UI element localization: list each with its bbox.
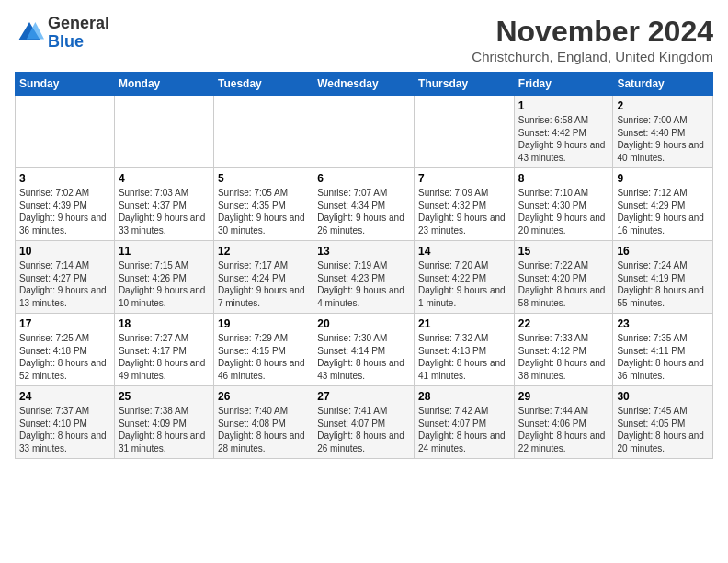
day-cell: 15Sunrise: 7:22 AM Sunset: 4:20 PM Dayli… xyxy=(514,241,613,314)
weekday-header-monday: Monday xyxy=(114,73,213,96)
day-cell: 9Sunrise: 7:12 AM Sunset: 4:29 PM Daylig… xyxy=(613,168,713,241)
day-number: 30 xyxy=(617,390,709,403)
day-info: Sunrise: 7:33 AM Sunset: 4:12 PM Dayligh… xyxy=(518,332,609,382)
week-row-2: 3Sunrise: 7:02 AM Sunset: 4:39 PM Daylig… xyxy=(16,168,713,241)
day-number: 5 xyxy=(218,172,309,185)
day-number: 14 xyxy=(418,245,510,258)
day-info: Sunrise: 7:44 AM Sunset: 4:06 PM Dayligh… xyxy=(518,405,609,454)
day-cell: 19Sunrise: 7:29 AM Sunset: 4:15 PM Dayli… xyxy=(213,314,313,386)
day-number: 21 xyxy=(418,317,510,330)
day-cell xyxy=(313,96,415,168)
weekday-header-thursday: Thursday xyxy=(415,73,515,96)
day-info: Sunrise: 7:32 AM Sunset: 4:13 PM Dayligh… xyxy=(418,332,510,382)
day-info: Sunrise: 7:30 AM Sunset: 4:14 PM Dayligh… xyxy=(317,332,410,382)
day-info: Sunrise: 7:41 AM Sunset: 4:07 PM Dayligh… xyxy=(317,405,410,454)
day-info: Sunrise: 7:45 AM Sunset: 4:05 PM Dayligh… xyxy=(617,405,709,454)
location: Christchurch, England, United Kingdom xyxy=(472,49,713,64)
day-info: Sunrise: 7:27 AM Sunset: 4:17 PM Dayligh… xyxy=(119,332,210,382)
day-cell: 13Sunrise: 7:19 AM Sunset: 4:23 PM Dayli… xyxy=(313,241,415,314)
weekday-header-row: SundayMondayTuesdayWednesdayThursdayFrid… xyxy=(16,73,713,96)
day-info: Sunrise: 7:38 AM Sunset: 4:09 PM Dayligh… xyxy=(119,405,210,454)
day-number: 2 xyxy=(617,99,709,112)
day-cell: 10Sunrise: 7:14 AM Sunset: 4:27 PM Dayli… xyxy=(16,241,115,314)
day-number: 16 xyxy=(617,245,709,258)
day-cell: 29Sunrise: 7:44 AM Sunset: 4:06 PM Dayli… xyxy=(514,386,613,459)
day-number: 15 xyxy=(518,245,609,258)
day-number: 27 xyxy=(317,390,410,403)
day-info: Sunrise: 7:35 AM Sunset: 4:11 PM Dayligh… xyxy=(617,332,709,382)
day-number: 11 xyxy=(119,245,210,258)
logo-general: General xyxy=(48,15,109,33)
week-row-4: 17Sunrise: 7:25 AM Sunset: 4:18 PM Dayli… xyxy=(16,314,713,386)
day-info: Sunrise: 7:22 AM Sunset: 4:20 PM Dayligh… xyxy=(518,259,609,309)
day-cell: 8Sunrise: 7:10 AM Sunset: 4:30 PM Daylig… xyxy=(514,168,613,241)
day-number: 12 xyxy=(218,245,309,258)
day-info: Sunrise: 6:58 AM Sunset: 4:42 PM Dayligh… xyxy=(518,114,609,164)
week-row-5: 24Sunrise: 7:37 AM Sunset: 4:10 PM Dayli… xyxy=(16,386,713,459)
day-cell: 18Sunrise: 7:27 AM Sunset: 4:17 PM Dayli… xyxy=(114,314,213,386)
day-info: Sunrise: 7:15 AM Sunset: 4:26 PM Dayligh… xyxy=(119,259,210,309)
day-info: Sunrise: 7:00 AM Sunset: 4:40 PM Dayligh… xyxy=(617,114,709,164)
day-cell: 24Sunrise: 7:37 AM Sunset: 4:10 PM Dayli… xyxy=(16,386,115,459)
day-cell: 28Sunrise: 7:42 AM Sunset: 4:07 PM Dayli… xyxy=(415,386,515,459)
weekday-header-saturday: Saturday xyxy=(613,73,713,96)
day-number: 25 xyxy=(119,390,210,403)
day-number: 4 xyxy=(119,172,210,185)
day-cell: 23Sunrise: 7:35 AM Sunset: 4:11 PM Dayli… xyxy=(613,314,713,386)
day-cell: 22Sunrise: 7:33 AM Sunset: 4:12 PM Dayli… xyxy=(514,314,613,386)
day-cell: 1Sunrise: 6:58 AM Sunset: 4:42 PM Daylig… xyxy=(514,96,613,168)
day-number: 23 xyxy=(617,317,709,330)
day-cell xyxy=(415,96,515,168)
day-number: 26 xyxy=(218,390,309,403)
day-cell: 16Sunrise: 7:24 AM Sunset: 4:19 PM Dayli… xyxy=(613,241,713,314)
day-number: 29 xyxy=(518,390,609,403)
day-cell: 2Sunrise: 7:00 AM Sunset: 4:40 PM Daylig… xyxy=(613,96,713,168)
day-number: 9 xyxy=(617,172,709,185)
logo-icon xyxy=(15,18,44,48)
day-info: Sunrise: 7:17 AM Sunset: 4:24 PM Dayligh… xyxy=(218,259,309,309)
logo-blue: Blue xyxy=(48,33,109,52)
day-info: Sunrise: 7:03 AM Sunset: 4:37 PM Dayligh… xyxy=(119,187,210,236)
day-info: Sunrise: 7:14 AM Sunset: 4:27 PM Dayligh… xyxy=(19,259,110,309)
day-number: 8 xyxy=(518,172,609,185)
day-number: 10 xyxy=(19,245,110,258)
day-info: Sunrise: 7:20 AM Sunset: 4:22 PM Dayligh… xyxy=(418,259,510,309)
day-number: 1 xyxy=(518,99,609,112)
day-number: 24 xyxy=(19,390,110,403)
title-area: November 2024 Christchurch, England, Uni… xyxy=(472,15,713,64)
day-cell: 4Sunrise: 7:03 AM Sunset: 4:37 PM Daylig… xyxy=(114,168,213,241)
day-info: Sunrise: 7:09 AM Sunset: 4:32 PM Dayligh… xyxy=(418,187,510,236)
day-info: Sunrise: 7:12 AM Sunset: 4:29 PM Dayligh… xyxy=(617,187,709,236)
month-title: November 2024 xyxy=(472,15,713,49)
day-info: Sunrise: 7:29 AM Sunset: 4:15 PM Dayligh… xyxy=(218,332,309,382)
day-cell xyxy=(16,96,115,168)
logo-text: General Blue xyxy=(48,15,109,52)
day-cell: 27Sunrise: 7:41 AM Sunset: 4:07 PM Dayli… xyxy=(313,386,415,459)
day-number: 18 xyxy=(119,317,210,330)
day-info: Sunrise: 7:40 AM Sunset: 4:08 PM Dayligh… xyxy=(218,405,309,454)
day-cell xyxy=(114,96,213,168)
day-info: Sunrise: 7:24 AM Sunset: 4:19 PM Dayligh… xyxy=(617,259,709,309)
day-cell xyxy=(213,96,313,168)
day-cell: 25Sunrise: 7:38 AM Sunset: 4:09 PM Dayli… xyxy=(114,386,213,459)
weekday-header-friday: Friday xyxy=(514,73,613,96)
day-info: Sunrise: 7:05 AM Sunset: 4:35 PM Dayligh… xyxy=(218,187,309,236)
day-cell: 12Sunrise: 7:17 AM Sunset: 4:24 PM Dayli… xyxy=(213,241,313,314)
day-cell: 20Sunrise: 7:30 AM Sunset: 4:14 PM Dayli… xyxy=(313,314,415,386)
day-info: Sunrise: 7:10 AM Sunset: 4:30 PM Dayligh… xyxy=(518,187,609,236)
day-info: Sunrise: 7:19 AM Sunset: 4:23 PM Dayligh… xyxy=(317,259,410,309)
day-number: 20 xyxy=(317,317,410,330)
day-cell: 14Sunrise: 7:20 AM Sunset: 4:22 PM Dayli… xyxy=(415,241,515,314)
week-row-3: 10Sunrise: 7:14 AM Sunset: 4:27 PM Dayli… xyxy=(16,241,713,314)
day-number: 22 xyxy=(518,317,609,330)
day-cell: 3Sunrise: 7:02 AM Sunset: 4:39 PM Daylig… xyxy=(16,168,115,241)
day-info: Sunrise: 7:25 AM Sunset: 4:18 PM Dayligh… xyxy=(19,332,110,382)
weekday-header-wednesday: Wednesday xyxy=(313,73,415,96)
logo: General Blue xyxy=(15,15,109,52)
day-cell: 7Sunrise: 7:09 AM Sunset: 4:32 PM Daylig… xyxy=(415,168,515,241)
day-cell: 17Sunrise: 7:25 AM Sunset: 4:18 PM Dayli… xyxy=(16,314,115,386)
day-number: 13 xyxy=(317,245,410,258)
day-cell: 5Sunrise: 7:05 AM Sunset: 4:35 PM Daylig… xyxy=(213,168,313,241)
week-row-1: 1Sunrise: 6:58 AM Sunset: 4:42 PM Daylig… xyxy=(16,96,713,168)
day-cell: 11Sunrise: 7:15 AM Sunset: 4:26 PM Dayli… xyxy=(114,241,213,314)
